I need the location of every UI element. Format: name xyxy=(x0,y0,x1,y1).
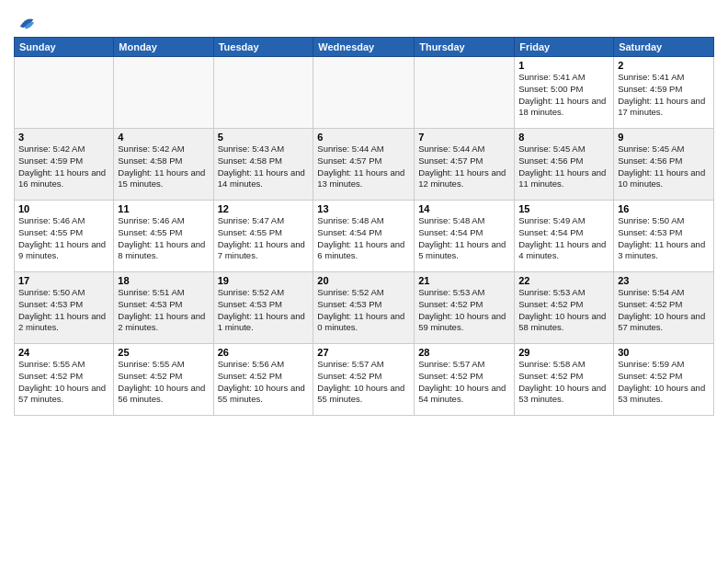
calendar-cell: 14Sunrise: 5:48 AM Sunset: 4:54 PM Dayli… xyxy=(415,201,515,272)
day-info: Sunrise: 5:51 AM Sunset: 4:53 PM Dayligh… xyxy=(118,287,209,334)
calendar-cell: 30Sunrise: 5:59 AM Sunset: 4:52 PM Dayli… xyxy=(614,344,714,416)
day-number: 5 xyxy=(218,132,310,143)
day-number: 29 xyxy=(518,347,609,358)
day-info: Sunrise: 5:49 AM Sunset: 4:54 PM Dayligh… xyxy=(518,215,609,262)
day-number: 25 xyxy=(118,347,209,358)
calendar-cell: 15Sunrise: 5:49 AM Sunset: 4:54 PM Dayli… xyxy=(515,201,614,272)
day-info: Sunrise: 5:58 AM Sunset: 4:52 PM Dayligh… xyxy=(518,359,609,406)
day-number: 7 xyxy=(418,132,510,143)
calendar-cell: 16Sunrise: 5:50 AM Sunset: 4:53 PM Dayli… xyxy=(614,201,714,272)
calendar-cell: 4Sunrise: 5:42 AM Sunset: 4:58 PM Daylig… xyxy=(114,129,213,201)
day-info: Sunrise: 5:41 AM Sunset: 5:00 PM Dayligh… xyxy=(518,72,609,119)
calendar-week-row: 17Sunrise: 5:50 AM Sunset: 4:53 PM Dayli… xyxy=(15,272,714,344)
day-number: 20 xyxy=(317,275,410,286)
day-number: 28 xyxy=(418,347,510,358)
day-info: Sunrise: 5:50 AM Sunset: 4:53 PM Dayligh… xyxy=(618,215,710,262)
day-info: Sunrise: 5:52 AM Sunset: 4:53 PM Dayligh… xyxy=(317,287,410,334)
calendar-cell: 2Sunrise: 5:41 AM Sunset: 4:59 PM Daylig… xyxy=(614,57,714,129)
day-number: 26 xyxy=(218,347,310,358)
calendar-cell: 3Sunrise: 5:42 AM Sunset: 4:59 PM Daylig… xyxy=(15,129,114,201)
day-info: Sunrise: 5:56 AM Sunset: 4:52 PM Dayligh… xyxy=(218,359,310,406)
day-number: 10 xyxy=(18,203,109,214)
day-info: Sunrise: 5:57 AM Sunset: 4:52 PM Dayligh… xyxy=(418,359,510,406)
day-info: Sunrise: 5:48 AM Sunset: 4:54 PM Dayligh… xyxy=(317,215,410,262)
day-info: Sunrise: 5:53 AM Sunset: 4:52 PM Dayligh… xyxy=(518,287,609,334)
day-number: 23 xyxy=(618,275,710,286)
calendar-cell: 22Sunrise: 5:53 AM Sunset: 4:52 PM Dayli… xyxy=(515,272,614,344)
calendar-week-row: 1Sunrise: 5:41 AM Sunset: 5:00 PM Daylig… xyxy=(15,57,714,129)
day-number: 15 xyxy=(518,203,609,214)
calendar-week-row: 3Sunrise: 5:42 AM Sunset: 4:59 PM Daylig… xyxy=(15,129,714,201)
day-number: 4 xyxy=(118,132,209,143)
day-info: Sunrise: 5:45 AM Sunset: 4:56 PM Dayligh… xyxy=(618,144,710,190)
day-info: Sunrise: 5:43 AM Sunset: 4:58 PM Dayligh… xyxy=(218,144,310,190)
calendar-cell: 26Sunrise: 5:56 AM Sunset: 4:52 PM Dayli… xyxy=(213,344,313,416)
weekday-header: Wednesday xyxy=(313,38,415,57)
calendar-cell: 10Sunrise: 5:46 AM Sunset: 4:55 PM Dayli… xyxy=(15,201,114,272)
day-number: 21 xyxy=(418,275,510,286)
day-info: Sunrise: 5:46 AM Sunset: 4:55 PM Dayligh… xyxy=(118,215,209,262)
weekday-header: Friday xyxy=(515,38,614,57)
day-number: 13 xyxy=(317,203,410,214)
header xyxy=(14,9,714,33)
calendar-cell: 27Sunrise: 5:57 AM Sunset: 4:52 PM Dayli… xyxy=(313,344,415,416)
calendar-cell xyxy=(313,57,415,129)
calendar-cell: 23Sunrise: 5:54 AM Sunset: 4:52 PM Dayli… xyxy=(614,272,714,344)
day-number: 22 xyxy=(518,275,609,286)
day-info: Sunrise: 5:53 AM Sunset: 4:52 PM Dayligh… xyxy=(418,287,510,334)
calendar-week-row: 24Sunrise: 5:55 AM Sunset: 4:52 PM Dayli… xyxy=(15,344,714,416)
calendar-cell: 18Sunrise: 5:51 AM Sunset: 4:53 PM Dayli… xyxy=(114,272,213,344)
calendar-cell: 7Sunrise: 5:44 AM Sunset: 4:57 PM Daylig… xyxy=(415,129,515,201)
calendar-cell xyxy=(415,57,515,129)
calendar-cell: 5Sunrise: 5:43 AM Sunset: 4:58 PM Daylig… xyxy=(213,129,313,201)
calendar-cell: 11Sunrise: 5:46 AM Sunset: 4:55 PM Dayli… xyxy=(114,201,213,272)
calendar-cell: 9Sunrise: 5:45 AM Sunset: 4:56 PM Daylig… xyxy=(614,129,714,201)
calendar-header-row: SundayMondayTuesdayWednesdayThursdayFrid… xyxy=(15,38,714,57)
day-info: Sunrise: 5:42 AM Sunset: 4:59 PM Dayligh… xyxy=(18,144,109,190)
calendar-table: SundayMondayTuesdayWednesdayThursdayFrid… xyxy=(14,37,714,416)
day-info: Sunrise: 5:42 AM Sunset: 4:58 PM Dayligh… xyxy=(118,144,209,190)
day-info: Sunrise: 5:59 AM Sunset: 4:52 PM Dayligh… xyxy=(618,359,710,406)
day-number: 18 xyxy=(118,275,209,286)
calendar-cell: 25Sunrise: 5:55 AM Sunset: 4:52 PM Dayli… xyxy=(114,344,213,416)
weekday-header: Sunday xyxy=(15,38,114,57)
page-container: SundayMondayTuesdayWednesdayThursdayFrid… xyxy=(0,0,728,420)
calendar-cell: 6Sunrise: 5:44 AM Sunset: 4:57 PM Daylig… xyxy=(313,129,415,201)
day-number: 17 xyxy=(18,275,109,286)
day-info: Sunrise: 5:55 AM Sunset: 4:52 PM Dayligh… xyxy=(118,359,209,406)
weekday-header: Monday xyxy=(114,38,213,57)
day-number: 30 xyxy=(618,347,710,358)
day-number: 14 xyxy=(418,203,510,214)
day-info: Sunrise: 5:57 AM Sunset: 4:52 PM Dayligh… xyxy=(317,359,410,406)
day-number: 24 xyxy=(18,347,109,358)
day-info: Sunrise: 5:46 AM Sunset: 4:55 PM Dayligh… xyxy=(18,215,109,262)
day-info: Sunrise: 5:50 AM Sunset: 4:53 PM Dayligh… xyxy=(18,287,109,334)
calendar-cell: 24Sunrise: 5:55 AM Sunset: 4:52 PM Dayli… xyxy=(15,344,114,416)
day-number: 3 xyxy=(18,132,109,143)
calendar-cell: 13Sunrise: 5:48 AM Sunset: 4:54 PM Dayli… xyxy=(313,201,415,272)
calendar-cell: 21Sunrise: 5:53 AM Sunset: 4:52 PM Dayli… xyxy=(415,272,515,344)
day-info: Sunrise: 5:44 AM Sunset: 4:57 PM Dayligh… xyxy=(418,144,510,190)
calendar-cell: 28Sunrise: 5:57 AM Sunset: 4:52 PM Dayli… xyxy=(415,344,515,416)
calendar-week-row: 10Sunrise: 5:46 AM Sunset: 4:55 PM Dayli… xyxy=(15,201,714,272)
calendar-cell: 19Sunrise: 5:52 AM Sunset: 4:53 PM Dayli… xyxy=(213,272,313,344)
day-info: Sunrise: 5:44 AM Sunset: 4:57 PM Dayligh… xyxy=(317,144,410,190)
calendar-cell: 12Sunrise: 5:47 AM Sunset: 4:55 PM Dayli… xyxy=(213,201,313,272)
day-number: 11 xyxy=(118,203,209,214)
calendar-cell: 17Sunrise: 5:50 AM Sunset: 4:53 PM Dayli… xyxy=(15,272,114,344)
weekday-header: Thursday xyxy=(415,38,515,57)
calendar-cell: 8Sunrise: 5:45 AM Sunset: 4:56 PM Daylig… xyxy=(515,129,614,201)
day-info: Sunrise: 5:55 AM Sunset: 4:52 PM Dayligh… xyxy=(18,359,109,406)
calendar-cell: 1Sunrise: 5:41 AM Sunset: 5:00 PM Daylig… xyxy=(515,57,614,129)
day-number: 6 xyxy=(317,132,410,143)
logo xyxy=(14,13,37,33)
calendar-cell xyxy=(15,57,114,129)
day-number: 16 xyxy=(618,203,710,214)
weekday-header: Saturday xyxy=(614,38,714,57)
day-info: Sunrise: 5:52 AM Sunset: 4:53 PM Dayligh… xyxy=(218,287,310,334)
calendar-cell xyxy=(213,57,313,129)
day-info: Sunrise: 5:54 AM Sunset: 4:52 PM Dayligh… xyxy=(618,287,710,334)
calendar-cell xyxy=(114,57,213,129)
day-number: 9 xyxy=(618,132,710,143)
day-number: 8 xyxy=(518,132,609,143)
